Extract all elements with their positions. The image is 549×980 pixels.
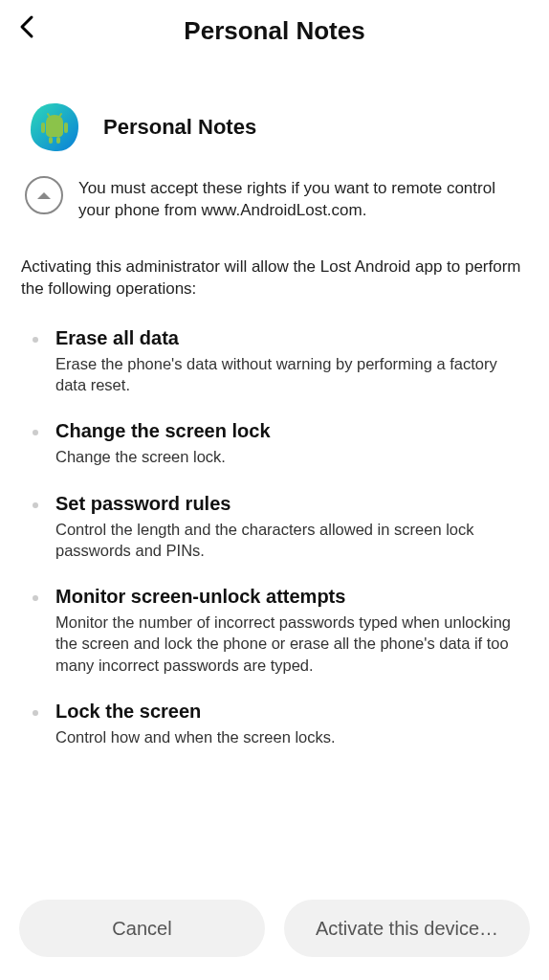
bullet-icon bbox=[33, 710, 38, 716]
cancel-button[interactable]: Cancel bbox=[19, 900, 265, 957]
permission-title: Set password rules bbox=[55, 493, 522, 515]
bullet-icon bbox=[33, 430, 38, 435]
permission-desc: Monitor the number of incorrect password… bbox=[55, 612, 522, 676]
permission-item: Change the screen lock Change the screen… bbox=[27, 420, 522, 467]
chevron-up-icon bbox=[36, 190, 52, 200]
page-title: Personal Notes bbox=[17, 16, 532, 46]
back-button[interactable] bbox=[17, 13, 38, 44]
permission-desc: Erase the phone's data without warning b… bbox=[55, 353, 522, 396]
permission-item: Erase all data Erase the phone's data wi… bbox=[27, 327, 522, 396]
app-name: Personal Notes bbox=[103, 115, 256, 140]
permission-title: Lock the screen bbox=[55, 701, 522, 723]
activate-button[interactable]: Activate this device… bbox=[284, 900, 530, 957]
svg-rect-1 bbox=[64, 122, 68, 133]
permission-item: Set password rules Control the length an… bbox=[27, 493, 522, 562]
collapse-button[interactable] bbox=[25, 176, 63, 214]
permission-item: Monitor screen-unlock attempts Monitor t… bbox=[27, 586, 522, 676]
app-info-row: Personal Notes bbox=[27, 100, 522, 155]
bullet-icon bbox=[33, 595, 38, 601]
svg-rect-2 bbox=[49, 137, 53, 144]
notice-text: You must accept these rights if you want… bbox=[78, 176, 522, 222]
permission-desc: Change the screen lock. bbox=[55, 446, 522, 467]
permission-desc: Control how and when the screen locks. bbox=[55, 726, 522, 747]
bullet-icon bbox=[33, 337, 38, 343]
header: Personal Notes bbox=[0, 0, 549, 57]
notice-row: You must accept these rights if you want… bbox=[27, 176, 522, 222]
app-icon bbox=[27, 100, 82, 155]
permissions-list: Erase all data Erase the phone's data wi… bbox=[27, 327, 522, 747]
back-arrow-icon bbox=[17, 13, 38, 40]
intro-text: Activating this administrator will allow… bbox=[21, 256, 522, 301]
svg-rect-0 bbox=[41, 122, 45, 133]
footer: Cancel Activate this device… bbox=[0, 884, 549, 980]
permission-item: Lock the screen Control how and when the… bbox=[27, 701, 522, 747]
permission-desc: Control the length and the characters al… bbox=[55, 519, 522, 562]
permission-title: Change the screen lock bbox=[55, 420, 522, 442]
content: Personal Notes You must accept these rig… bbox=[0, 57, 549, 884]
permission-title: Monitor screen-unlock attempts bbox=[55, 586, 522, 608]
bullet-icon bbox=[33, 502, 38, 508]
svg-rect-3 bbox=[56, 137, 60, 144]
permission-title: Erase all data bbox=[55, 327, 522, 349]
